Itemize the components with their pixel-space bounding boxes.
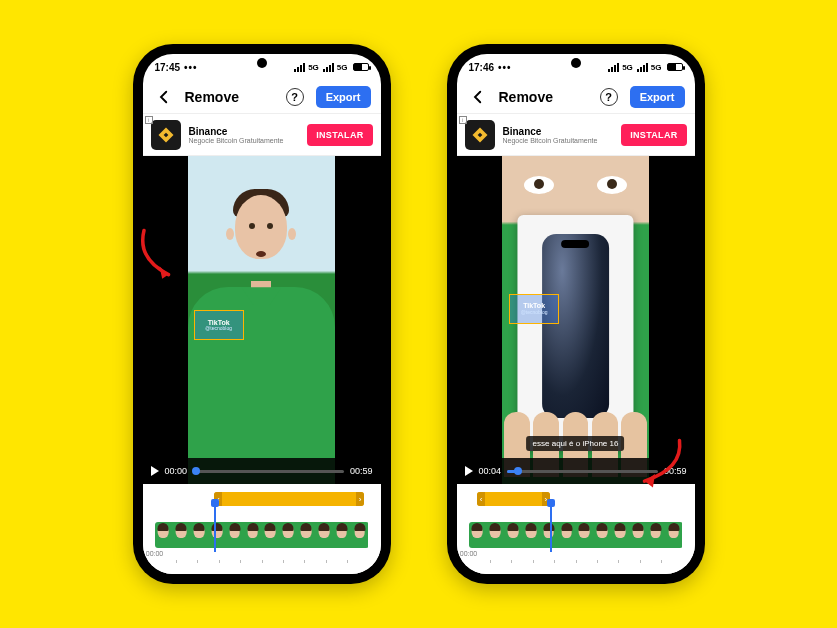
progress-total: 00:59: [664, 466, 687, 476]
page-title: Remove: [499, 89, 588, 105]
ad-title: Binance: [503, 126, 614, 137]
timeline-thumbnails[interactable]: [469, 522, 683, 548]
camera-punch: [257, 58, 267, 68]
tick-label: 00:00: [460, 550, 478, 557]
status-more-icon: •••: [498, 62, 512, 73]
watermark-selection-box[interactable]: TikTok @tecnoblog: [509, 294, 559, 324]
timeline-playhead[interactable]: [214, 502, 216, 552]
watermark-handle: @tecnoblog: [521, 310, 548, 316]
ad-banner[interactable]: i Binance Negocie Bitcoin Gratuitamente …: [457, 114, 695, 156]
phone-mock-right: 17:46 ••• 5G 5G Remove ?: [447, 44, 705, 584]
ad-banner[interactable]: i Binance Negocie Bitcoin Gratuitamente …: [143, 114, 381, 156]
timeline-panel: ‹ › 00:00: [457, 484, 695, 574]
video-preview[interactable]: TikTok @tecnoblog esse aqui é o iPhone 1…: [457, 156, 695, 484]
signal-bars-icon: [608, 63, 619, 72]
camera-punch: [571, 58, 581, 68]
ad-title: Binance: [189, 126, 300, 137]
progress-current: 00:04: [479, 466, 502, 476]
signal-bars-icon: [294, 63, 305, 72]
help-button[interactable]: ?: [284, 86, 306, 108]
help-icon: ?: [600, 88, 618, 106]
ad-logo: [151, 120, 181, 150]
video-preview[interactable]: TikTok @tecnoblog 00:00 00:59: [143, 156, 381, 484]
timeline-ticks: 00:00: [155, 550, 369, 564]
timeline-selection[interactable]: ‹ ›: [214, 492, 364, 506]
page-title: Remove: [185, 89, 274, 105]
play-icon[interactable]: [465, 466, 473, 476]
video-progress-bar[interactable]: 00:04 00:59: [457, 458, 695, 484]
play-icon[interactable]: [151, 466, 159, 476]
status-net: 5G: [308, 63, 319, 72]
phone-mock-left: 17:45 ••• 5G 5G Remove ?: [133, 44, 391, 584]
watermark-selection-box[interactable]: TikTok @tecnoblog: [194, 310, 244, 340]
status-time: 17:46: [469, 62, 495, 73]
ad-subtitle: Negocie Bitcoin Gratuitamente: [503, 137, 614, 144]
status-time: 17:45: [155, 62, 181, 73]
progress-total: 00:59: [350, 466, 373, 476]
timeline-ticks: 00:00: [469, 550, 683, 564]
selection-handle-right[interactable]: ›: [356, 492, 364, 506]
progress-knob[interactable]: [192, 467, 200, 475]
video-caption: esse aqui é o iPhone 16: [527, 436, 625, 451]
help-button[interactable]: ?: [598, 86, 620, 108]
app-header: Remove ? Export: [143, 80, 381, 114]
progress-track[interactable]: [193, 470, 344, 473]
progress-current: 00:00: [165, 466, 188, 476]
selection-handle-left[interactable]: ‹: [477, 492, 485, 506]
timeline-selection[interactable]: ‹ ›: [477, 492, 550, 506]
tick-label: 00:00: [146, 550, 164, 557]
help-icon: ?: [286, 88, 304, 106]
watermark-handle: @tecnoblog: [205, 326, 232, 332]
app-header: Remove ? Export: [457, 80, 695, 114]
ad-info-icon: i: [459, 116, 467, 124]
battery-icon: [353, 63, 369, 71]
ad-subtitle: Negocie Bitcoin Gratuitamente: [189, 137, 300, 144]
back-button[interactable]: [153, 86, 175, 108]
ad-info-icon: i: [145, 116, 153, 124]
signal-bars-icon: [323, 63, 334, 72]
ad-logo: [465, 120, 495, 150]
status-net2: 5G: [337, 63, 348, 72]
ad-install-button[interactable]: INSTALAR: [621, 124, 686, 146]
status-more-icon: •••: [184, 62, 198, 73]
ad-install-button[interactable]: INSTALAR: [307, 124, 372, 146]
timeline-panel: ‹ › 00:00: [143, 484, 381, 574]
battery-icon: [667, 63, 683, 71]
timeline-playhead[interactable]: [550, 502, 552, 552]
signal-bars-icon: [637, 63, 648, 72]
video-progress-bar[interactable]: 00:00 00:59: [143, 458, 381, 484]
timeline-thumbnails[interactable]: [155, 522, 369, 548]
progress-knob[interactable]: [514, 467, 522, 475]
export-button[interactable]: Export: [316, 86, 371, 108]
progress-track[interactable]: [507, 470, 658, 473]
back-button[interactable]: [467, 86, 489, 108]
status-net: 5G: [622, 63, 633, 72]
status-net2: 5G: [651, 63, 662, 72]
export-button[interactable]: Export: [630, 86, 685, 108]
